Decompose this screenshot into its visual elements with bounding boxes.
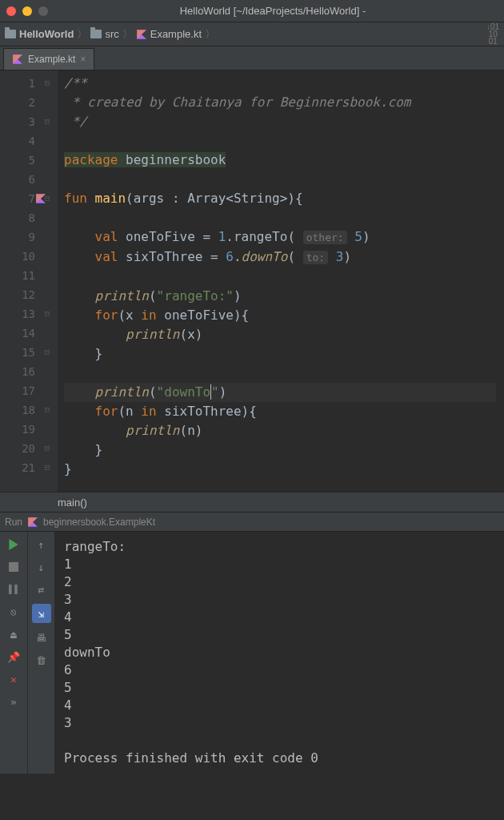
run-label: Run (5, 517, 22, 528)
code-text: } (95, 442, 103, 457)
kotlin-file-icon (27, 517, 38, 528)
breadcrumb-folder[interactable]: src (90, 28, 118, 40)
line-number: 12 (3, 285, 35, 304)
run-tool-header[interactable]: Run beginnersbook.ExampleKt (0, 512, 504, 532)
scroll-to-end-button[interactable]: ⇲ (32, 604, 51, 623)
dump-threads-button[interactable]: ⎋ (6, 604, 22, 620)
code-area[interactable]: /** * created by Chaitanya for Beginners… (58, 70, 496, 492)
exit-button[interactable]: ⏏ (6, 626, 22, 642)
close-tab-icon[interactable]: × (80, 54, 86, 65)
code-text: sixToThree){ (157, 404, 257, 419)
fold-open-icon[interactable]: ⊟ (42, 74, 53, 93)
code-text: ) (343, 249, 351, 264)
line-number: 19 (3, 420, 35, 439)
parameter-hint: to: (303, 251, 328, 264)
string: "rangeTo:" (157, 288, 234, 303)
code-text: . (234, 249, 242, 264)
svg-rect-1 (9, 585, 12, 594)
code-text: (x) (180, 327, 203, 342)
number: 1 (218, 229, 226, 244)
line-number: 17 (3, 381, 35, 400)
run-button[interactable] (6, 537, 22, 553)
line-number: 4 (3, 131, 35, 151)
tab-example-kt[interactable]: Example.kt × (3, 48, 94, 70)
line-number: 14 (3, 324, 35, 343)
line-number: 15 (3, 343, 35, 362)
keyword: fun (64, 191, 87, 206)
fold-open-icon[interactable]: ⊟ (42, 304, 53, 324)
pin-button[interactable]: 📌 (6, 649, 22, 665)
stop-button[interactable] (6, 559, 22, 575)
code-text: ) (362, 229, 370, 244)
scroll-down-button[interactable]: ↓ (34, 559, 50, 575)
more-button[interactable]: » (6, 693, 22, 709)
titlebar: HelloWorld [~/IdeaProjects/HelloWorld] - (0, 0, 504, 22)
chevron-right-icon: 〉 (122, 27, 133, 42)
breadcrumb-file-label: Example.kt (150, 28, 202, 40)
pause-button[interactable] (6, 581, 22, 597)
breadcrumb-project[interactable]: HelloWorld (5, 28, 74, 40)
line-number: 21 (3, 458, 35, 477)
run-tool-window: ⎋ ⏏ 📌 ✕ » ↑ ↓ ⇄ ⇲ 🖶 🗑 rangeTo: 1 2 3 4 5… (0, 532, 504, 774)
line-number-gutter[interactable]: 1 2 3 4 5 6 7 8 9 10 11 12 13 14 15 16 1… (0, 70, 58, 492)
keyword: val (95, 249, 118, 264)
function-call: println (95, 288, 149, 303)
line-number: 7 (3, 189, 35, 208)
fold-close-icon[interactable]: ⊟ (42, 343, 53, 362)
keyword: in (141, 404, 156, 419)
binary-toggle-icon[interactable]: ↓01 10 01 (486, 23, 499, 45)
run-toolbar-left: ⎋ ⏏ 📌 ✕ » (0, 532, 27, 774)
close-window-icon[interactable] (6, 6, 16, 16)
fold-close-icon[interactable]: ⊟ (42, 112, 53, 131)
code-text: oneToFive){ (157, 308, 250, 323)
line-number: 18 (3, 400, 35, 420)
run-toolbar-output: ↑ ↓ ⇄ ⇲ 🖶 🗑 (27, 532, 54, 774)
fold-column: ⊟ ⊟ ⊟ ⊟ ⊟ ⊟ ⊟ ⊟ (42, 74, 53, 477)
code-text: ( (287, 249, 295, 264)
minimize-window-icon[interactable] (22, 6, 32, 16)
folder-icon (5, 30, 16, 38)
breadcrumb-project-label: HelloWorld (19, 28, 74, 40)
print-button[interactable]: 🖶 (34, 629, 50, 645)
code-editor[interactable]: 1 2 3 4 5 6 7 8 9 10 11 12 13 14 15 16 1… (0, 70, 504, 492)
breadcrumb: HelloWorld 〉 src 〉 Example.kt 〉 ↓01 10 0… (0, 22, 504, 46)
line-number: 1 (3, 74, 35, 93)
comment: */ (64, 114, 87, 129)
function-call: println (126, 423, 179, 438)
structure-breadcrumb[interactable]: main() (0, 492, 504, 512)
folder-icon (90, 30, 102, 38)
fold-open-icon[interactable]: ⊟ (42, 189, 53, 208)
function-call: println (95, 384, 149, 400)
soft-wrap-button[interactable]: ⇄ (34, 581, 50, 597)
code-text: (x (118, 308, 141, 323)
parameter-hint: other: (303, 231, 347, 244)
line-number: 11 (3, 266, 35, 285)
fold-close-icon[interactable]: ⊟ (42, 458, 53, 477)
line-number: 10 (3, 247, 35, 266)
chevron-right-icon: 〉 (205, 27, 215, 42)
close-run-button[interactable]: ✕ (6, 671, 22, 687)
line-number: 20 (3, 439, 35, 458)
tab-label: Example.kt (28, 54, 75, 65)
keyword: for (95, 308, 118, 323)
maximize-window-icon[interactable] (38, 6, 48, 16)
code-text: } (95, 346, 103, 361)
function-call: downTo (242, 249, 288, 264)
kotlin-file-icon (12, 54, 23, 65)
code-text: (n (118, 404, 141, 419)
comment: * created by Chaitanya for Beginnersbook… (64, 94, 410, 110)
window-controls (6, 6, 48, 16)
fold-close-icon[interactable]: ⊟ (42, 439, 53, 458)
line-number: 8 (3, 208, 35, 227)
clear-button[interactable]: 🗑 (34, 652, 50, 668)
fold-open-icon[interactable]: ⊟ (42, 400, 53, 420)
string: "downTo (157, 384, 210, 400)
code-text: (n) (180, 423, 203, 438)
line-number: 2 (3, 93, 35, 112)
breadcrumb-file[interactable]: Example.kt (136, 28, 202, 40)
number: 3 (336, 249, 344, 264)
console-output[interactable]: rangeTo: 1 2 3 4 5 downTo 6 5 4 3 Proces… (54, 532, 504, 774)
function-name: main (95, 191, 126, 206)
keyword: in (141, 308, 156, 323)
scroll-up-button[interactable]: ↑ (34, 537, 50, 553)
